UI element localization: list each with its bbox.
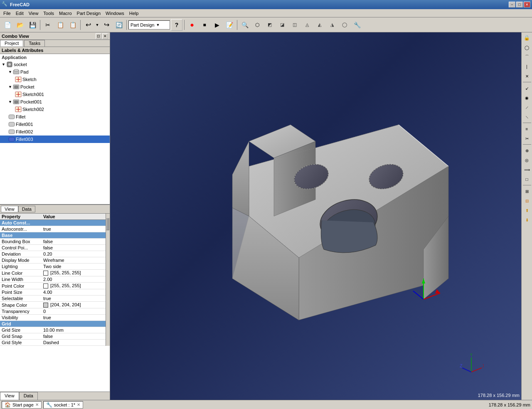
undo-button[interactable]: ↩	[82, 19, 94, 31]
rt-btn1[interactable]: ◯	[522, 43, 532, 52]
sketch002-icon	[15, 106, 22, 113]
svg-marker-24	[232, 141, 249, 216]
menu-part-design[interactable]: Part Design	[74, 10, 103, 16]
bottom-view-tab[interactable]: View	[0, 392, 19, 400]
rt-btn18[interactable]: ⬇	[522, 215, 532, 224]
combo-view-header: Combo View ⊡ ✕	[0, 32, 110, 40]
menu-help[interactable]: Help	[127, 10, 141, 16]
viewport[interactable]: 178.28 x 156.29 mm Y X Z	[110, 32, 521, 400]
tree-item-pocket[interactable]: ▼ Pocket	[0, 83, 110, 91]
tree-item-sketch002[interactable]: Sketch002	[0, 106, 110, 113]
start-page-tab[interactable]: 🏠 Start page ✕	[2, 401, 42, 409]
save-button[interactable]: 💾	[27, 19, 38, 31]
rt-btn7[interactable]: ⟋	[522, 103, 532, 112]
prop-scrollbar[interactable]	[106, 214, 110, 346]
rt-btn12[interactable]: ◎	[522, 155, 532, 165]
view-front[interactable]: ◩	[264, 19, 276, 31]
rt-btn4[interactable]: ✕	[522, 71, 532, 81]
sketch-label: Sketch	[22, 77, 37, 82]
fillet-label: Fillet	[16, 114, 25, 119]
tab-project[interactable]: Project	[0, 40, 23, 47]
expand-pad: ▼	[8, 70, 12, 74]
view-right[interactable]: ◫	[289, 19, 300, 31]
view-iso2[interactable]: ◭	[314, 19, 325, 31]
rt-btn17[interactable]: ⬆	[522, 206, 532, 215]
stop-button[interactable]: ■	[199, 19, 210, 31]
tree-item-fillet[interactable]: Fillet	[0, 113, 110, 121]
view-tab[interactable]: View	[1, 206, 18, 212]
rt-btn2[interactable]: ⌒	[522, 52, 532, 62]
rt-btn9[interactable]: ≡	[522, 124, 532, 133]
prop-lighting: Lighting Two side	[0, 264, 106, 270]
combo-close-button[interactable]: ✕	[102, 33, 108, 39]
copy-button[interactable]: 📋	[54, 19, 66, 31]
refresh-button[interactable]: 🔄	[113, 19, 125, 31]
menu-edit[interactable]: Edit	[13, 10, 26, 16]
rt-btn14[interactable]: □	[522, 175, 532, 184]
tab-tasks[interactable]: Tasks	[24, 40, 45, 47]
prop-point-color: Point Color [255, 255, 255]	[0, 283, 106, 289]
menu-file[interactable]: File	[1, 10, 13, 16]
rt-btn13[interactable]: ⟹	[522, 165, 532, 174]
menu-view[interactable]: View	[26, 10, 41, 16]
tree-item-sketch[interactable]: Sketch	[0, 76, 110, 83]
tree-item-pad[interactable]: ▼ Pad	[0, 68, 110, 76]
tree-item-socket[interactable]: ▼ socket	[0, 61, 110, 68]
rt-btn6[interactable]: ◉	[522, 93, 532, 102]
rt-btn15[interactable]: ⊞	[522, 187, 532, 196]
rt-btn16[interactable]: ⊟	[522, 196, 532, 205]
prop-scrollbar-thumb[interactable]	[106, 218, 109, 230]
start-page-label: Start page	[12, 402, 34, 407]
prop-control-poi: Control Poi... false	[0, 245, 106, 251]
data-tab[interactable]: Data	[18, 206, 35, 212]
view-iso1[interactable]: ◬	[301, 19, 313, 31]
fillet-icon	[8, 113, 15, 120]
socket-tab[interactable]: 🔧 socket : 1* ✕	[43, 401, 83, 409]
maximize-button[interactable]: □	[516, 2, 523, 7]
close-button[interactable]: ✕	[524, 2, 530, 7]
redo-button[interactable]: ↪	[101, 19, 112, 31]
prop-col-header: Property	[0, 214, 42, 220]
zoom-button[interactable]: 🔍	[239, 19, 251, 31]
rt-btn11[interactable]: ⊕	[522, 146, 532, 155]
cut-button[interactable]: ✂	[42, 19, 54, 31]
menu-windows[interactable]: Windows	[103, 10, 127, 16]
view-top[interactable]: ◪	[276, 19, 288, 31]
combo-float-button[interactable]: ⊡	[96, 33, 101, 39]
tree-item-sketch001[interactable]: Sketch001	[0, 91, 110, 98]
tree-item-pocket001[interactable]: ▼ Pocket001	[0, 98, 110, 106]
help-button[interactable]: ?	[171, 19, 182, 31]
rt-sep2	[523, 123, 531, 123]
magic-wand[interactable]: 🔧	[351, 19, 363, 31]
rt-lock[interactable]: 🔒	[522, 33, 532, 42]
menu-tools[interactable]: Tools	[41, 10, 57, 16]
tree-item-fillet002[interactable]: Fillet002	[0, 128, 110, 136]
svg-line-43	[471, 368, 482, 372]
tree-item-fillet003[interactable]: Fillet003	[0, 136, 110, 143]
undo-dropdown[interactable]: ▼	[95, 19, 100, 31]
menu-macro[interactable]: Macro	[57, 10, 74, 16]
socket-tab-close[interactable]: ✕	[77, 402, 80, 407]
open-button[interactable]: 📂	[14, 19, 26, 31]
mode-dropdown[interactable]: Part Design ▼	[128, 20, 170, 30]
rt-btn5[interactable]: ↙	[522, 84, 532, 93]
paste-button[interactable]: 📋	[67, 19, 79, 31]
start-page-close[interactable]: ✕	[35, 402, 39, 407]
rt-btn8[interactable]: ⟍	[522, 112, 532, 121]
home-view-button[interactable]: ⬡	[251, 19, 263, 31]
minimize-button[interactable]: −	[509, 2, 515, 7]
bottom-data-tab[interactable]: Data	[19, 392, 38, 400]
rt-btn3[interactable]: |	[522, 62, 532, 71]
play-button[interactable]: ▶	[211, 19, 223, 31]
record-button[interactable]: ●	[186, 19, 198, 31]
tree-item-fillet001[interactable]: Fillet001	[0, 121, 110, 128]
new-button[interactable]: 📄	[2, 19, 13, 31]
svg-rect-18	[9, 122, 15, 126]
script-button[interactable]: 📝	[224, 19, 235, 31]
rt-btn10[interactable]: ✂	[522, 134, 532, 143]
view-iso3[interactable]: ◮	[326, 19, 338, 31]
window-controls: − □ ✕	[509, 2, 530, 7]
svg-marker-39	[435, 289, 440, 293]
svg-text:X: X	[483, 363, 484, 368]
view-iso4[interactable]: ◯	[339, 19, 350, 31]
